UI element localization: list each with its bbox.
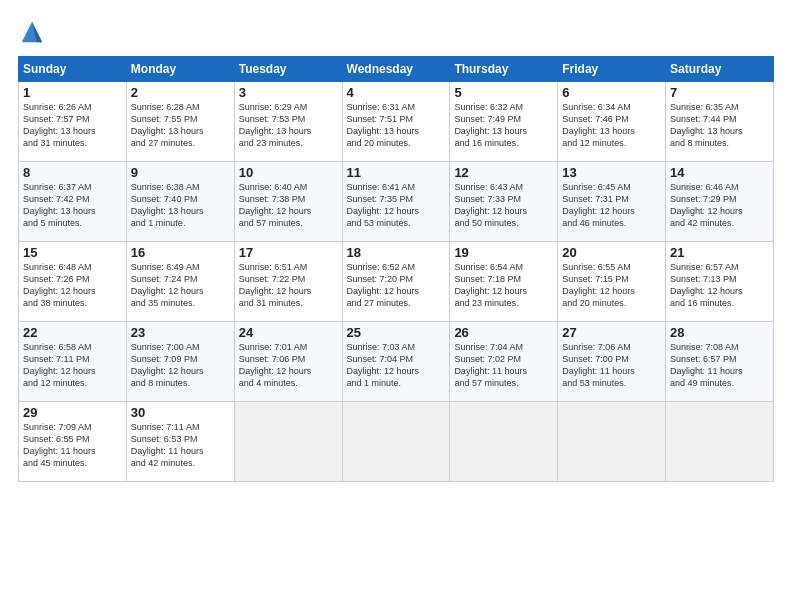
logo-icon [18,18,46,46]
day-number: 8 [23,165,122,180]
calendar-cell: 10Sunrise: 6:40 AM Sunset: 7:38 PM Dayli… [234,162,342,242]
day-info: Sunrise: 6:31 AM Sunset: 7:51 PM Dayligh… [347,101,446,150]
day-info: Sunrise: 6:58 AM Sunset: 7:11 PM Dayligh… [23,341,122,390]
day-number: 1 [23,85,122,100]
day-header-thursday: Thursday [450,57,558,82]
calendar-cell: 22Sunrise: 6:58 AM Sunset: 7:11 PM Dayli… [19,322,127,402]
calendar-cell: 12Sunrise: 6:43 AM Sunset: 7:33 PM Dayli… [450,162,558,242]
day-info: Sunrise: 6:38 AM Sunset: 7:40 PM Dayligh… [131,181,230,230]
day-number: 21 [670,245,769,260]
day-number: 11 [347,165,446,180]
calendar-cell: 13Sunrise: 6:45 AM Sunset: 7:31 PM Dayli… [558,162,666,242]
calendar-cell [234,402,342,482]
day-info: Sunrise: 6:52 AM Sunset: 7:20 PM Dayligh… [347,261,446,310]
day-number: 16 [131,245,230,260]
calendar-cell: 27Sunrise: 7:06 AM Sunset: 7:00 PM Dayli… [558,322,666,402]
calendar-cell: 25Sunrise: 7:03 AM Sunset: 7:04 PM Dayli… [342,322,450,402]
day-number: 20 [562,245,661,260]
day-info: Sunrise: 6:45 AM Sunset: 7:31 PM Dayligh… [562,181,661,230]
calendar-cell: 16Sunrise: 6:49 AM Sunset: 7:24 PM Dayli… [126,242,234,322]
calendar-cell: 11Sunrise: 6:41 AM Sunset: 7:35 PM Dayli… [342,162,450,242]
day-info: Sunrise: 7:01 AM Sunset: 7:06 PM Dayligh… [239,341,338,390]
calendar-cell: 3Sunrise: 6:29 AM Sunset: 7:53 PM Daylig… [234,82,342,162]
day-header-sunday: Sunday [19,57,127,82]
day-info: Sunrise: 6:55 AM Sunset: 7:15 PM Dayligh… [562,261,661,310]
day-header-wednesday: Wednesday [342,57,450,82]
calendar-cell [450,402,558,482]
day-info: Sunrise: 6:32 AM Sunset: 7:49 PM Dayligh… [454,101,553,150]
day-info: Sunrise: 7:09 AM Sunset: 6:55 PM Dayligh… [23,421,122,470]
day-number: 18 [347,245,446,260]
calendar-cell: 7Sunrise: 6:35 AM Sunset: 7:44 PM Daylig… [666,82,774,162]
day-info: Sunrise: 6:57 AM Sunset: 7:13 PM Dayligh… [670,261,769,310]
calendar-cell: 20Sunrise: 6:55 AM Sunset: 7:15 PM Dayli… [558,242,666,322]
calendar-header-row: SundayMondayTuesdayWednesdayThursdayFrid… [19,57,774,82]
calendar-cell [666,402,774,482]
day-number: 28 [670,325,769,340]
day-number: 12 [454,165,553,180]
day-number: 24 [239,325,338,340]
day-number: 15 [23,245,122,260]
calendar-cell: 24Sunrise: 7:01 AM Sunset: 7:06 PM Dayli… [234,322,342,402]
calendar-week-row: 29Sunrise: 7:09 AM Sunset: 6:55 PM Dayli… [19,402,774,482]
day-info: Sunrise: 6:43 AM Sunset: 7:33 PM Dayligh… [454,181,553,230]
day-number: 23 [131,325,230,340]
day-info: Sunrise: 6:35 AM Sunset: 7:44 PM Dayligh… [670,101,769,150]
page-header [18,18,774,46]
day-number: 30 [131,405,230,420]
day-info: Sunrise: 6:34 AM Sunset: 7:46 PM Dayligh… [562,101,661,150]
day-number: 7 [670,85,769,100]
day-number: 3 [239,85,338,100]
day-number: 2 [131,85,230,100]
calendar-cell: 9Sunrise: 6:38 AM Sunset: 7:40 PM Daylig… [126,162,234,242]
calendar-cell: 19Sunrise: 6:54 AM Sunset: 7:18 PM Dayli… [450,242,558,322]
day-header-saturday: Saturday [666,57,774,82]
calendar-table: SundayMondayTuesdayWednesdayThursdayFrid… [18,56,774,482]
calendar-cell: 29Sunrise: 7:09 AM Sunset: 6:55 PM Dayli… [19,402,127,482]
calendar-week-row: 22Sunrise: 6:58 AM Sunset: 7:11 PM Dayli… [19,322,774,402]
calendar-cell: 1Sunrise: 6:26 AM Sunset: 7:57 PM Daylig… [19,82,127,162]
day-number: 5 [454,85,553,100]
calendar-week-row: 15Sunrise: 6:48 AM Sunset: 7:26 PM Dayli… [19,242,774,322]
day-info: Sunrise: 6:37 AM Sunset: 7:42 PM Dayligh… [23,181,122,230]
calendar-cell: 30Sunrise: 7:11 AM Sunset: 6:53 PM Dayli… [126,402,234,482]
day-number: 19 [454,245,553,260]
calendar-cell: 18Sunrise: 6:52 AM Sunset: 7:20 PM Dayli… [342,242,450,322]
calendar-cell: 28Sunrise: 7:08 AM Sunset: 6:57 PM Dayli… [666,322,774,402]
day-number: 22 [23,325,122,340]
day-info: Sunrise: 6:46 AM Sunset: 7:29 PM Dayligh… [670,181,769,230]
calendar-cell: 6Sunrise: 6:34 AM Sunset: 7:46 PM Daylig… [558,82,666,162]
calendar-cell: 15Sunrise: 6:48 AM Sunset: 7:26 PM Dayli… [19,242,127,322]
day-info: Sunrise: 6:28 AM Sunset: 7:55 PM Dayligh… [131,101,230,150]
day-info: Sunrise: 6:48 AM Sunset: 7:26 PM Dayligh… [23,261,122,310]
calendar-cell: 2Sunrise: 6:28 AM Sunset: 7:55 PM Daylig… [126,82,234,162]
calendar-cell: 4Sunrise: 6:31 AM Sunset: 7:51 PM Daylig… [342,82,450,162]
day-number: 27 [562,325,661,340]
day-number: 26 [454,325,553,340]
calendar-cell: 5Sunrise: 6:32 AM Sunset: 7:49 PM Daylig… [450,82,558,162]
day-number: 17 [239,245,338,260]
calendar-cell: 26Sunrise: 7:04 AM Sunset: 7:02 PM Dayli… [450,322,558,402]
day-number: 13 [562,165,661,180]
day-info: Sunrise: 6:41 AM Sunset: 7:35 PM Dayligh… [347,181,446,230]
day-info: Sunrise: 6:26 AM Sunset: 7:57 PM Dayligh… [23,101,122,150]
day-number: 25 [347,325,446,340]
day-info: Sunrise: 6:40 AM Sunset: 7:38 PM Dayligh… [239,181,338,230]
day-info: Sunrise: 7:00 AM Sunset: 7:09 PM Dayligh… [131,341,230,390]
day-number: 10 [239,165,338,180]
day-info: Sunrise: 7:08 AM Sunset: 6:57 PM Dayligh… [670,341,769,390]
calendar-body: 1Sunrise: 6:26 AM Sunset: 7:57 PM Daylig… [19,82,774,482]
day-info: Sunrise: 7:11 AM Sunset: 6:53 PM Dayligh… [131,421,230,470]
logo [18,18,50,46]
calendar-week-row: 1Sunrise: 6:26 AM Sunset: 7:57 PM Daylig… [19,82,774,162]
day-number: 4 [347,85,446,100]
day-number: 6 [562,85,661,100]
day-info: Sunrise: 6:51 AM Sunset: 7:22 PM Dayligh… [239,261,338,310]
day-info: Sunrise: 6:29 AM Sunset: 7:53 PM Dayligh… [239,101,338,150]
calendar-cell [558,402,666,482]
calendar-cell [342,402,450,482]
calendar-week-row: 8Sunrise: 6:37 AM Sunset: 7:42 PM Daylig… [19,162,774,242]
day-number: 9 [131,165,230,180]
day-header-friday: Friday [558,57,666,82]
day-header-monday: Monday [126,57,234,82]
